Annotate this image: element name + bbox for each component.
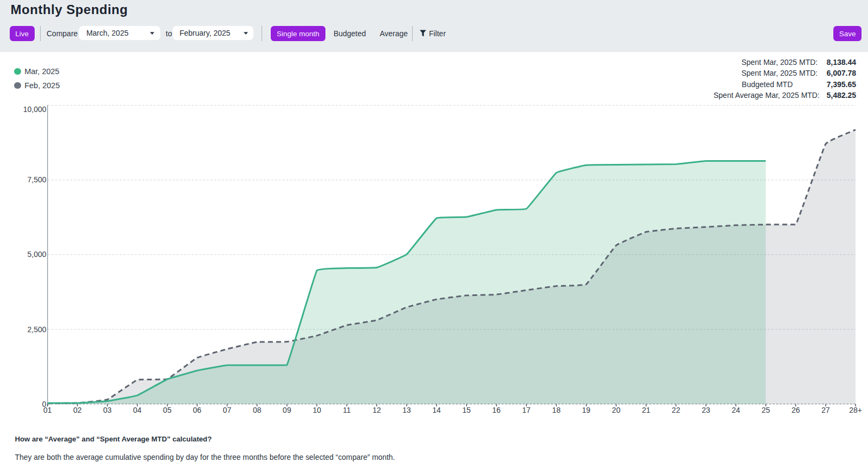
svg-text:26: 26 [792,406,800,414]
svg-text:27: 27 [821,406,830,414]
svg-text:24: 24 [732,406,740,414]
svg-text:14: 14 [433,406,441,414]
svg-text:12: 12 [373,406,381,414]
svg-text:08: 08 [253,406,262,414]
svg-text:7,500: 7,500 [27,175,46,184]
svg-text:21: 21 [642,406,650,414]
svg-text:5,000: 5,000 [27,250,46,259]
svg-text:11: 11 [343,406,351,414]
svg-text:06: 06 [193,406,201,414]
svg-text:02: 02 [73,406,82,414]
svg-text:25: 25 [761,406,770,414]
svg-text:10,000: 10,000 [23,105,47,114]
svg-text:03: 03 [103,406,112,414]
svg-text:20: 20 [612,406,621,414]
svg-text:28+: 28+ [849,406,862,414]
svg-text:22: 22 [672,406,681,414]
svg-text:15: 15 [462,406,471,414]
svg-text:04: 04 [133,406,142,414]
svg-text:07: 07 [223,406,232,414]
svg-text:19: 19 [582,406,591,414]
svg-text:10: 10 [312,406,321,414]
svg-text:09: 09 [283,406,291,414]
svg-text:2,500: 2,500 [27,325,46,334]
svg-text:16: 16 [492,406,501,414]
svg-text:13: 13 [402,406,411,414]
svg-text:23: 23 [702,406,710,414]
svg-text:18: 18 [552,406,561,414]
svg-text:01: 01 [43,406,52,414]
svg-text:17: 17 [522,406,531,414]
svg-text:05: 05 [163,406,172,414]
